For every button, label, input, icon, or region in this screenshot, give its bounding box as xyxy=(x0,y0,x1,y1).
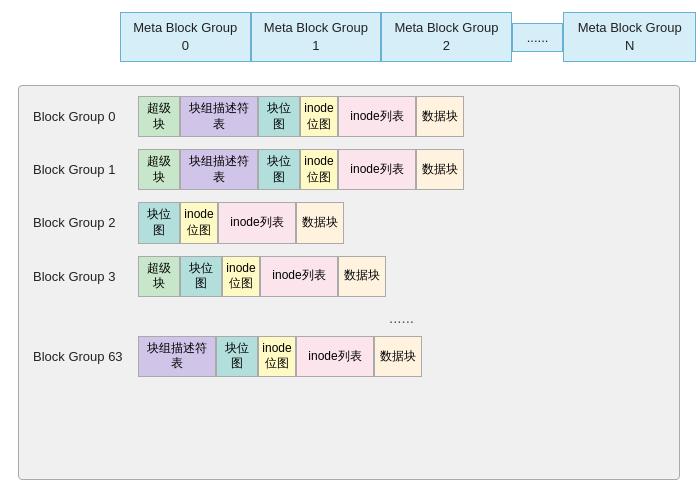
cell-inode-list-1: inode列表 xyxy=(338,149,416,190)
cell-data-1: 数据块 xyxy=(416,149,464,190)
cell-data-2: 数据块 xyxy=(296,202,344,243)
block-group-1-cells: 超级块 块组描述符表 块位图 inode 位图 inode列表 数据块 xyxy=(138,149,464,190)
cell-bitmap-1: 块位图 xyxy=(258,149,300,190)
block-group-label-63: Block Group 63 xyxy=(33,349,138,364)
cell-blockdesc-0: 块组描述符表 xyxy=(180,96,258,137)
block-group-label-0: Block Group 0 xyxy=(33,109,138,124)
cell-inode-list-0: inode列表 xyxy=(338,96,416,137)
cell-inode-bitmap-63: inode 位图 xyxy=(258,336,296,377)
block-group-label-3: Block Group 3 xyxy=(33,269,138,284)
block-group-label-1: Block Group 1 xyxy=(33,162,138,177)
cell-inode-bitmap-1: inode 位图 xyxy=(300,149,338,190)
meta-block-n: Meta Block Group N xyxy=(563,12,696,62)
cell-data-63: 数据块 xyxy=(374,336,422,377)
block-group-2-cells: 块位图 inode 位图 inode列表 数据块 xyxy=(138,202,344,243)
meta-block-dots: ...... xyxy=(512,23,564,52)
cell-inode-bitmap-2: inode 位图 xyxy=(180,202,218,243)
meta-block-groups-row: Meta Block Group 0 Meta Block Group 1 Me… xyxy=(120,12,696,62)
block-group-row-2: Block Group 2 块位图 inode 位图 inode列表 数据块 xyxy=(33,202,665,243)
cell-inode-bitmap-3: inode 位图 xyxy=(222,256,260,297)
cell-inode-list-2: inode列表 xyxy=(218,202,296,243)
meta-block-2: Meta Block Group 2 xyxy=(381,12,512,62)
cell-blockdesc-1: 块组描述符表 xyxy=(180,149,258,190)
block-group-63-cells: 块组描述符表 块位图 inode 位图 inode列表 数据块 xyxy=(138,336,422,377)
meta-block-1: Meta Block Group 1 xyxy=(251,12,382,62)
cell-data-3: 数据块 xyxy=(338,256,386,297)
block-group-row-1: Block Group 1 超级块 块组描述符表 块位图 inode 位图 in… xyxy=(33,149,665,190)
cell-inode-bitmap-0: inode 位图 xyxy=(300,96,338,137)
block-group-row-0: Block Group 0 超级块 块组描述符表 块位图 inode 位图 in… xyxy=(33,96,665,137)
block-group-3-cells: 超级块 块位图 inode 位图 inode列表 数据块 xyxy=(138,256,386,297)
cell-inode-list-63: inode列表 xyxy=(296,336,374,377)
cell-superblock-0: 超级块 xyxy=(138,96,180,137)
cell-superblock-3: 超级块 xyxy=(138,256,180,297)
cell-bitmap-0: 块位图 xyxy=(258,96,300,137)
cell-bitmap-2: 块位图 xyxy=(138,202,180,243)
dots-row: ...... xyxy=(138,309,665,326)
cell-bitmap-63: 块位图 xyxy=(216,336,258,377)
main-container: Block Group 0 超级块 块组描述符表 块位图 inode 位图 in… xyxy=(18,85,680,480)
block-group-row-63: Block Group 63 块组描述符表 块位图 inode 位图 inode… xyxy=(33,336,665,377)
cell-superblock-1: 超级块 xyxy=(138,149,180,190)
block-group-label-2: Block Group 2 xyxy=(33,215,138,230)
block-group-0-cells: 超级块 块组描述符表 块位图 inode 位图 inode列表 数据块 xyxy=(138,96,464,137)
cell-bitmap-3: 块位图 xyxy=(180,256,222,297)
meta-block-0: Meta Block Group 0 xyxy=(120,12,251,62)
cell-inode-list-3: inode列表 xyxy=(260,256,338,297)
cell-blockdesc-63: 块组描述符表 xyxy=(138,336,216,377)
block-group-row-3: Block Group 3 超级块 块位图 inode 位图 inode列表 数… xyxy=(33,256,665,297)
cell-data-0: 数据块 xyxy=(416,96,464,137)
